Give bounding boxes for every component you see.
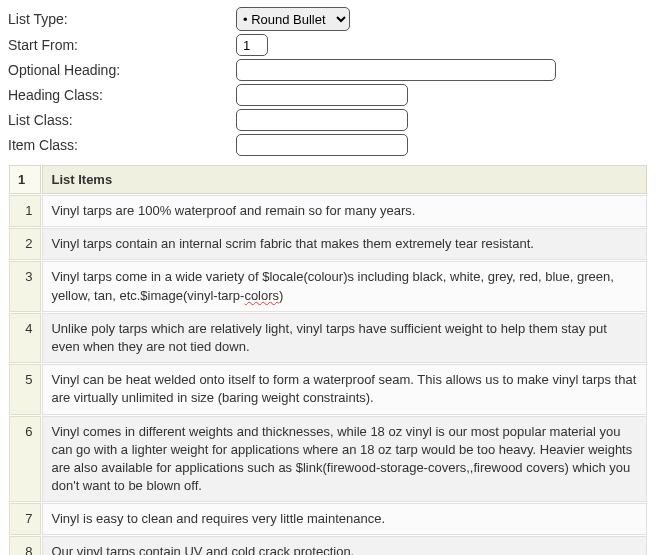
table-row[interactable]: 4Unlike poly tarps which are relatively … xyxy=(9,313,647,363)
row-content[interactable]: Unlike poly tarps which are relatively l… xyxy=(42,313,647,363)
row-number: 4 xyxy=(9,313,41,363)
heading-class-label: Heading Class: xyxy=(8,86,236,104)
start-from-input[interactable] xyxy=(236,34,268,56)
table-row[interactable]: 7Vinyl is easy to clean and requires ver… xyxy=(9,503,647,535)
row-number: 6 xyxy=(9,416,41,503)
row-content[interactable]: Vinyl is easy to clean and requires very… xyxy=(42,503,647,535)
spellcheck-squiggle: colors xyxy=(244,288,279,303)
list-type-select[interactable]: • Round Bullet xyxy=(236,7,350,31)
table-row[interactable]: 8Our vinyl tarps contain UV and cold cra… xyxy=(9,536,647,555)
optional-heading-input[interactable] xyxy=(236,59,556,81)
row-number: 2 xyxy=(9,228,41,260)
row-content[interactable]: Vinyl comes in different weights and thi… xyxy=(42,416,647,503)
row-content[interactable]: Our vinyl tarps contain UV and cold crac… xyxy=(42,536,647,555)
item-class-input[interactable] xyxy=(236,134,408,156)
item-class-label: Item Class: xyxy=(8,136,236,154)
row-content[interactable]: Vinyl tarps come in a wide variety of $l… xyxy=(42,261,647,311)
heading-class-input[interactable] xyxy=(236,84,408,106)
row-number: 3 xyxy=(9,261,41,311)
table-row[interactable]: 1Vinyl tarps are 100% waterproof and rem… xyxy=(9,195,647,227)
row-number: 7 xyxy=(9,503,41,535)
table-row[interactable]: 6Vinyl comes in different weights and th… xyxy=(9,416,647,503)
row-content[interactable]: Vinyl can be heat welded onto itself to … xyxy=(42,364,647,414)
row-content[interactable]: Vinyl tarps contain an internal scrim fa… xyxy=(42,228,647,260)
table-row[interactable]: 2Vinyl tarps contain an internal scrim f… xyxy=(9,228,647,260)
list-items-table: 1 List Items 1Vinyl tarps are 100% water… xyxy=(8,164,648,555)
list-class-label: List Class: xyxy=(8,111,236,129)
col-header-items: List Items xyxy=(42,165,647,194)
row-number: 5 xyxy=(9,364,41,414)
row-number: 8 xyxy=(9,536,41,555)
start-from-label: Start From: xyxy=(8,36,236,54)
table-row[interactable]: 5Vinyl can be heat welded onto itself to… xyxy=(9,364,647,414)
row-number: 1 xyxy=(9,195,41,227)
col-header-number: 1 xyxy=(9,165,41,194)
list-type-label: List Type: xyxy=(8,10,236,28)
optional-heading-label: Optional Heading: xyxy=(8,61,236,79)
table-row[interactable]: 3Vinyl tarps come in a wide variety of $… xyxy=(9,261,647,311)
row-content[interactable]: Vinyl tarps are 100% waterproof and rema… xyxy=(42,195,647,227)
list-class-input[interactable] xyxy=(236,109,408,131)
